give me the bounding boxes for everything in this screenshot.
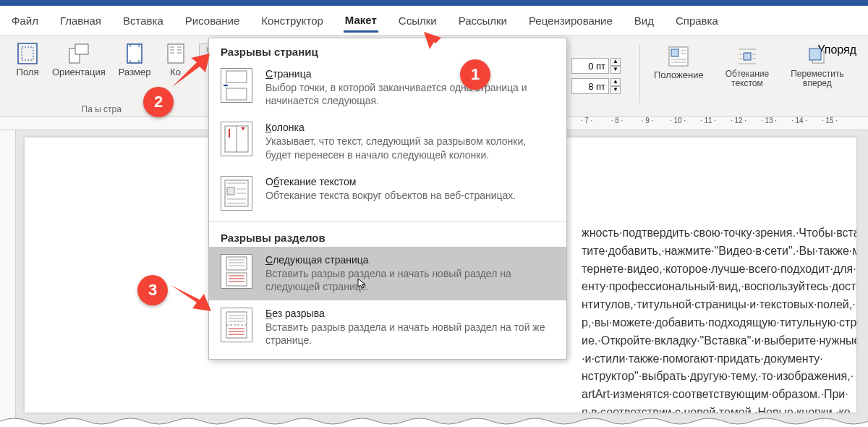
callout-1: 1 bbox=[460, 59, 490, 90]
break-wrapping-desc: Обтекание текста вокруг объектов на веб-… bbox=[265, 189, 516, 202]
break-page-desc: Выбор точки, в которой заканчивается одн… bbox=[265, 81, 555, 107]
wrap-text-label: Обтекание текстом bbox=[726, 69, 769, 88]
tab-home[interactable]: Главная bbox=[59, 10, 103, 31]
text-wrapping-break-icon bbox=[221, 176, 252, 211]
continuous-break-icon bbox=[221, 308, 252, 342]
margins-label: Поля bbox=[17, 67, 39, 77]
svg-rect-0 bbox=[18, 43, 37, 64]
svg-rect-33 bbox=[226, 88, 247, 100]
page-breaks-header: Разрывы страниц bbox=[209, 38, 566, 61]
tab-draw[interactable]: Рисование bbox=[184, 10, 242, 31]
break-continuous-title: Без разрыва bbox=[265, 308, 555, 319]
bring-forward-label: Переместить вперед bbox=[791, 69, 844, 88]
next-page-break-icon bbox=[221, 254, 252, 289]
break-wrapping-title: Обтекание текстом bbox=[265, 176, 516, 187]
break-page-item[interactable]: Страница Выбор точки, в которой заканчив… bbox=[209, 61, 566, 114]
position-label: Положение bbox=[654, 69, 704, 80]
svg-rect-47 bbox=[226, 273, 247, 286]
orientation-label: Ориентация bbox=[52, 67, 106, 77]
tab-view[interactable]: Вид bbox=[633, 10, 655, 31]
section-breaks-header: Разрывы разделов bbox=[209, 224, 566, 247]
spacing-after-spinner[interactable]: ▲▼ bbox=[571, 78, 621, 94]
svg-rect-3 bbox=[75, 44, 88, 54]
position-icon bbox=[667, 45, 690, 68]
spacing-before-spinner[interactable]: ▲▼ bbox=[571, 58, 621, 74]
svg-rect-21 bbox=[744, 53, 751, 60]
callout-2-arrow bbox=[165, 51, 216, 94]
callout-2: 2 bbox=[143, 87, 174, 117]
tab-mailings[interactable]: Рассылки bbox=[457, 10, 509, 31]
callout-3-arrow bbox=[166, 281, 217, 317]
svg-rect-29 bbox=[809, 48, 821, 60]
breaks-dropdown: Разрывы страниц Страница Выбор точки, в … bbox=[208, 38, 567, 360]
size-button[interactable]: Размер bbox=[116, 41, 154, 79]
page-break-icon bbox=[221, 68, 252, 103]
tab-insert[interactable]: Вставка bbox=[122, 10, 165, 31]
orientation-icon bbox=[67, 42, 90, 65]
title-bar bbox=[0, 0, 868, 6]
torn-edge bbox=[0, 414, 868, 427]
column-break-icon bbox=[221, 122, 252, 156]
vertical-ruler bbox=[0, 130, 16, 427]
up-arrow-icon[interactable]: ▲ bbox=[610, 58, 621, 66]
bring-forward-button[interactable]: Переместить вперед bbox=[788, 43, 847, 90]
up-arrow-icon[interactable]: ▲ bbox=[610, 78, 621, 86]
break-page-title: Страница bbox=[265, 68, 555, 80]
size-label: Размер bbox=[119, 67, 151, 77]
callout-3: 3 bbox=[137, 275, 168, 305]
break-column-item[interactable]: Колонка Указывает, что текст, следующий … bbox=[209, 114, 566, 168]
svg-rect-16 bbox=[671, 49, 678, 56]
margins-button[interactable]: Поля bbox=[13, 41, 42, 79]
tab-review[interactable]: Рецензирование bbox=[527, 10, 614, 31]
break-continuous-desc: Вставить разрыв раздела и начать новый р… bbox=[265, 321, 555, 347]
wrap-text-icon bbox=[736, 45, 759, 68]
svg-rect-43 bbox=[226, 257, 247, 270]
svg-rect-1 bbox=[22, 47, 33, 60]
spacing-before-input[interactable] bbox=[571, 58, 609, 74]
tab-design[interactable]: Конструктор bbox=[260, 10, 325, 31]
tab-references[interactable]: Ссылки bbox=[397, 10, 438, 31]
svg-rect-4 bbox=[127, 44, 142, 63]
svg-rect-32 bbox=[226, 71, 247, 83]
bring-forward-icon bbox=[806, 45, 829, 68]
tab-file[interactable]: Файл bbox=[10, 10, 40, 31]
size-icon bbox=[123, 42, 146, 65]
tab-layout[interactable]: Макет bbox=[344, 9, 378, 33]
break-continuous-item[interactable]: Без разрыва Вставить разрыв раздела и на… bbox=[209, 300, 566, 354]
break-wrapping-item[interactable]: Обтекание текстом Обтекание текста вокру… bbox=[209, 169, 566, 218]
margins-icon bbox=[16, 42, 39, 65]
spacing-after-input[interactable] bbox=[571, 78, 609, 94]
break-column-title: Колонка bbox=[265, 122, 555, 133]
wrap-text-button[interactable]: Обтекание текстом bbox=[723, 43, 772, 90]
send-backward-button[interactable]: Пер bbox=[863, 43, 868, 82]
position-button[interactable]: Положение bbox=[651, 43, 707, 82]
down-arrow-icon[interactable]: ▼ bbox=[610, 66, 621, 74]
break-column-desc: Указывает, что текст, следующий за разры… bbox=[265, 135, 555, 161]
break-next-page-desc: Вставить разрыв раздела и начать новый р… bbox=[265, 267, 555, 293]
dropdown-separator bbox=[209, 221, 566, 221]
svg-rect-37 bbox=[227, 187, 234, 195]
break-next-page-title: Следующая страница bbox=[265, 254, 555, 266]
break-next-page-item[interactable]: Следующая страница Вставить разрыв разде… bbox=[209, 247, 566, 300]
tab-help[interactable]: Справка bbox=[674, 10, 720, 31]
orientation-button[interactable]: Ориентация bbox=[49, 41, 109, 79]
down-arrow-icon[interactable]: ▼ bbox=[610, 86, 621, 94]
cursor-icon bbox=[357, 277, 368, 289]
